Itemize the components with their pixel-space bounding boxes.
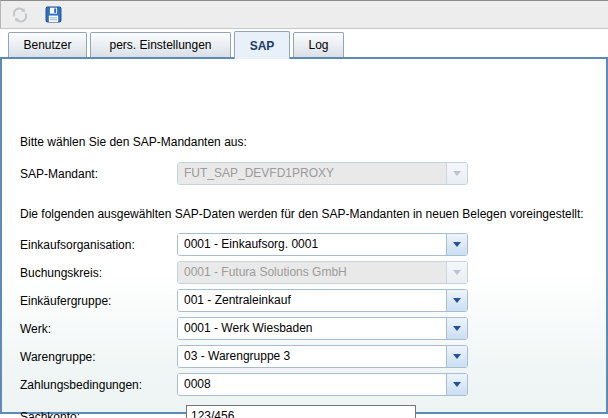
- tab-label: SAP: [250, 39, 275, 53]
- chevron-down-icon: [453, 242, 461, 247]
- tab-label: pers. Einstellungen: [109, 38, 211, 52]
- refresh-button[interactable]: [10, 5, 30, 25]
- combobox-value: FUT_SAP_DEVFD1PROXY: [178, 163, 446, 184]
- chevron-down-icon: [453, 270, 461, 275]
- einkaeufergruppe-label: Einkäufergruppe:: [20, 294, 111, 308]
- combobox-value: 0001 - Futura Solutions GmbH: [178, 262, 446, 283]
- zahlungsbedingungen-combobox[interactable]: 0008: [177, 373, 468, 396]
- tab-sap[interactable]: SAP: [234, 31, 290, 59]
- einkaeufergruppe-row: Einkäufergruppe: 001 - Zentraleinkauf: [20, 289, 111, 312]
- dropdown-arrow-button[interactable]: [446, 318, 467, 339]
- combobox-value[interactable]: 0001 - Einkaufsorg. 0001: [178, 234, 446, 255]
- save-icon: [45, 6, 62, 23]
- tab-label: Log: [308, 38, 328, 52]
- sachkonto-row: Sachkonto:: [20, 405, 80, 418]
- buchungskreis-label: Buchungskreis:: [20, 266, 102, 280]
- dropdown-arrow-button[interactable]: [446, 346, 467, 367]
- tab-bar: Benutzer pers. Einstellungen SAP Log: [0, 29, 608, 57]
- buchungskreis-row: Buchungskreis: 0001 - Futura Solutions G…: [20, 261, 102, 284]
- chevron-down-icon: [453, 354, 461, 359]
- werk-row: Werk: 0001 - Werk Wiesbaden: [20, 317, 51, 340]
- defaults-text: Die folgenden ausgewählten SAP-Daten wer…: [20, 207, 584, 221]
- einkaufsorganisation-label: Einkaufsorganisation:: [20, 238, 135, 252]
- sap-mandant-combobox: FUT_SAP_DEVFD1PROXY: [177, 162, 468, 185]
- toolbar: [0, 0, 608, 29]
- zahlungsbedingungen-row: Zahlungsbedingungen: 0008: [20, 373, 142, 396]
- combobox-value[interactable]: 0008: [178, 374, 446, 395]
- tab-benutzer[interactable]: Benutzer: [8, 32, 87, 57]
- zahlungsbedingungen-label: Zahlungsbedingungen:: [20, 378, 142, 392]
- chevron-down-icon: [453, 171, 461, 176]
- werk-label: Werk:: [20, 322, 51, 336]
- einkaufsorganisation-combobox[interactable]: 0001 - Einkaufsorg. 0001: [177, 233, 468, 256]
- combobox-value[interactable]: 0001 - Werk Wiesbaden: [178, 318, 446, 339]
- warengruppe-combobox[interactable]: 03 - Warengruppe 3: [177, 345, 468, 368]
- sachkonto-input[interactable]: [186, 405, 416, 418]
- combobox-value[interactable]: 001 - Zentraleinkauf: [178, 290, 446, 311]
- intro-text: Bitte wählen Sie den SAP-Mandanten aus:: [20, 135, 247, 149]
- einkaufsorganisation-row: Einkaufsorganisation: 0001 - Einkaufsorg…: [20, 233, 135, 256]
- warengruppe-row: Warengruppe: 03 - Warengruppe 3: [20, 345, 96, 368]
- tab-label: Benutzer: [23, 38, 71, 52]
- sap-mandant-label: SAP-Mandant:: [20, 167, 98, 181]
- warengruppe-label: Warengruppe:: [20, 350, 96, 364]
- chevron-down-icon: [453, 382, 461, 387]
- werk-combobox[interactable]: 0001 - Werk Wiesbaden: [177, 317, 468, 340]
- save-button[interactable]: [43, 5, 63, 25]
- dropdown-arrow-button[interactable]: [446, 290, 467, 311]
- refresh-icon: [11, 6, 29, 24]
- dropdown-arrow-button: [446, 262, 467, 283]
- chevron-down-icon: [453, 326, 461, 331]
- sachkonto-label: Sachkonto:: [20, 410, 80, 418]
- sap-mandant-row: SAP-Mandant: FUT_SAP_DEVFD1PROXY: [20, 162, 98, 185]
- dropdown-arrow-button: [446, 163, 467, 184]
- tab-log[interactable]: Log: [293, 32, 344, 57]
- dropdown-arrow-button[interactable]: [446, 234, 467, 255]
- tab-pers-einstellungen[interactable]: pers. Einstellungen: [90, 32, 231, 57]
- einkaeufergruppe-combobox[interactable]: 001 - Zentraleinkauf: [177, 289, 468, 312]
- buchungskreis-combobox: 0001 - Futura Solutions GmbH: [177, 261, 468, 284]
- sap-settings-panel: Bitte wählen Sie den SAP-Mandanten aus: …: [0, 57, 608, 414]
- combobox-value[interactable]: 03 - Warengruppe 3: [178, 346, 446, 367]
- dropdown-arrow-button[interactable]: [446, 374, 467, 395]
- chevron-down-icon: [453, 298, 461, 303]
